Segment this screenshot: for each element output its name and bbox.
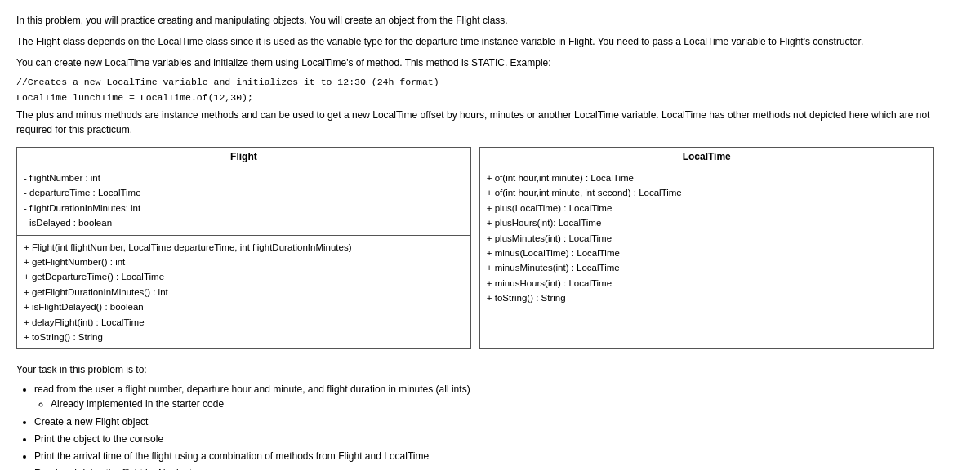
- uml-method-7: + toString() : String: [24, 330, 464, 344]
- uml-attr-4: - isDelayed : boolean: [24, 215, 464, 230]
- uml-localtime-header: LocalTime: [480, 148, 933, 166]
- uml-attr-1: - flightNumber : int: [24, 171, 464, 185]
- task-item-4: Print the arrival time of the flight usi…: [34, 449, 964, 463]
- uml-lt-method-1: + of(int hour,int minute) : LocalTime: [487, 171, 927, 185]
- uml-lt-method-9: + toString() : String: [487, 290, 927, 305]
- uml-method-4: + getFlightDurationInMinutes() : int: [24, 285, 464, 299]
- task-subitem-1: Already implemented in the starter code: [51, 397, 964, 411]
- uml-method-2: + getFlightNumber() : int: [24, 255, 464, 269]
- uml-method-5: + isFlightDelayed() : boolean: [24, 299, 464, 314]
- uml-lt-method-6: + minus(LocalTime) : LocalTime: [487, 246, 927, 260]
- uml-method-3: + getDepartureTime() : LocalTime: [24, 269, 464, 284]
- uml-flight-methods: + Flight(int flightNumber, LocalTime dep…: [17, 236, 470, 349]
- task-item-2: Create a new Flight object: [34, 415, 964, 429]
- intro-para2: The Flight class depends on the LocalTim…: [16, 34, 964, 49]
- task-item-1: read from the user a flight number, depa…: [34, 382, 964, 411]
- uml-lt-method-7: + minusMinutes(int) : LocalTime: [487, 260, 927, 275]
- code-line2: LocalTime lunchTime = LocalTime.of(12,30…: [16, 92, 964, 103]
- task-item-3: Print the object to the console: [34, 432, 964, 446]
- uml-localtime-table: LocalTime + of(int hour,int minute) : Lo…: [479, 147, 934, 349]
- uml-flight-header: Flight: [17, 148, 470, 166]
- uml-method-6: + delayFlight(int) : LocalTime: [24, 315, 464, 330]
- uml-lt-method-5: + plusMinutes(int) : LocalTime: [487, 231, 927, 246]
- uml-diagram: Flight - flightNumber : int - departureT…: [16, 147, 964, 349]
- task-list: read from the user a flight number, depa…: [16, 382, 964, 470]
- uml-localtime-methods: + of(int hour,int minute) : LocalTime + …: [480, 166, 933, 310]
- uml-lt-method-8: + minusHours(int) : LocalTime: [487, 276, 927, 290]
- task-intro: Your task in this problem is to:: [16, 362, 964, 377]
- uml-flight-table: Flight - flightNumber : int - departureT…: [16, 147, 471, 349]
- task-sublist: Already implemented in the starter code: [34, 397, 964, 411]
- uml-method-1: + Flight(int flightNumber, LocalTime dep…: [24, 240, 464, 255]
- intro-para3: You can create new LocalTime variables a…: [16, 55, 964, 70]
- uml-lt-method-3: + plus(LocalTime) : LocalTime: [487, 201, 927, 215]
- task-section: Your task in this problem is to: read fr…: [16, 362, 964, 470]
- uml-attr-2: - departureTime : LocalTime: [24, 185, 464, 200]
- task-item-5: Read and delay the flight by N minutes: [34, 466, 964, 470]
- uml-attr-3: - flightDurationInMinutes: int: [24, 201, 464, 215]
- intro-para4: The plus and minus methods are instance …: [16, 108, 964, 137]
- uml-lt-method-2: + of(int hour,int minute, int second) : …: [487, 185, 927, 200]
- intro-para1: In this problem, you will practice creat…: [16, 13, 964, 28]
- uml-flight-attributes: - flightNumber : int - departureTime : L…: [17, 166, 470, 236]
- code-line1: //Creates a new LocalTime variable and i…: [16, 77, 964, 87]
- uml-lt-method-4: + plusHours(int): LocalTime: [487, 215, 927, 230]
